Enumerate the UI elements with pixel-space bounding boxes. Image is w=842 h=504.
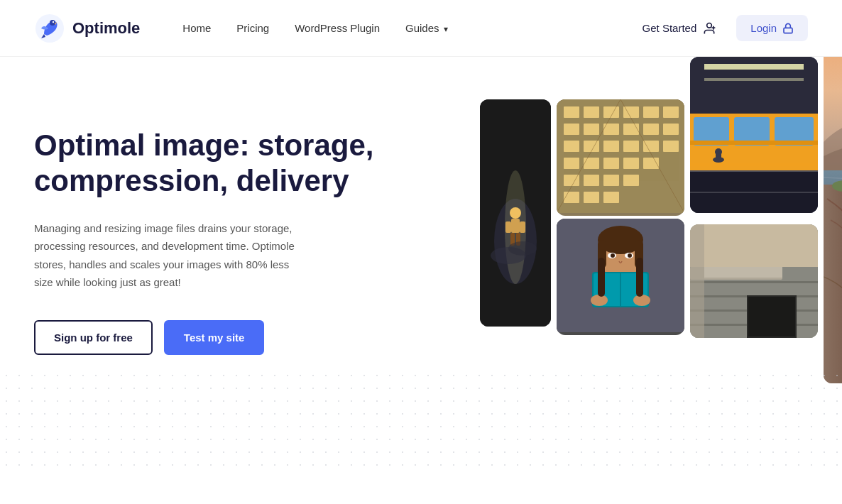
svg-rect-32 <box>564 141 579 152</box>
svg-rect-77 <box>704 64 804 70</box>
svg-point-83 <box>715 148 722 155</box>
signup-button[interactable]: Sign up for free <box>34 320 153 355</box>
svg-rect-48 <box>584 192 599 203</box>
svg-point-2 <box>53 21 54 22</box>
svg-rect-75 <box>690 141 818 145</box>
svg-point-61 <box>628 253 632 258</box>
dot-background <box>0 369 842 469</box>
svg-rect-31 <box>663 124 679 135</box>
get-started-button[interactable]: Get Started <box>634 16 726 41</box>
lock-icon <box>782 23 794 34</box>
svg-rect-49 <box>603 192 619 203</box>
svg-rect-29 <box>623 124 639 135</box>
svg-rect-26 <box>564 124 579 135</box>
hero-description: Managing and resizing image files drains… <box>34 219 304 292</box>
svg-rect-39 <box>584 158 599 169</box>
logo-icon <box>34 13 65 44</box>
svg-rect-27 <box>584 124 599 135</box>
test-site-button[interactable]: Test my site <box>164 320 265 355</box>
svg-rect-6 <box>784 28 792 33</box>
svg-rect-40 <box>603 158 619 169</box>
collage-image-subway <box>690 57 818 213</box>
svg-point-65 <box>591 295 608 306</box>
person-plus-icon <box>702 21 716 35</box>
svg-point-1 <box>50 20 55 26</box>
svg-point-10 <box>510 207 521 219</box>
svg-point-17 <box>508 241 537 256</box>
svg-rect-37 <box>663 141 679 152</box>
nav-guides[interactable]: Guides <box>405 22 448 34</box>
svg-rect-35 <box>623 141 639 152</box>
svg-rect-76 <box>690 163 818 166</box>
svg-rect-38 <box>564 158 579 169</box>
svg-rect-94 <box>690 224 704 338</box>
collage-image-architecture <box>690 224 818 338</box>
nav-home[interactable]: Home <box>182 22 211 34</box>
hero-section: Optimal image: storage, compression, del… <box>0 57 842 469</box>
svg-rect-80 <box>690 192 818 193</box>
svg-rect-46 <box>623 175 639 186</box>
svg-rect-12 <box>505 221 511 233</box>
svg-rect-78 <box>704 78 804 81</box>
svg-rect-79 <box>690 170 818 172</box>
nav-right: Get Started Login <box>634 15 808 41</box>
svg-rect-45 <box>603 175 619 186</box>
svg-rect-44 <box>584 175 599 186</box>
svg-rect-41 <box>623 158 639 169</box>
nav-wordpress-plugin[interactable]: WordPress Plugin <box>295 22 380 34</box>
login-button[interactable]: Login <box>736 15 808 41</box>
nav-links: Home Pricing WordPress Plugin Guides <box>182 22 633 34</box>
svg-rect-87 <box>690 281 818 283</box>
svg-rect-47 <box>564 192 579 203</box>
svg-rect-33 <box>584 141 599 152</box>
brand-name: Optimole <box>72 19 140 38</box>
collage-image-building <box>557 99 684 216</box>
svg-rect-67 <box>598 258 605 297</box>
hero-title: Optimal image: storage, compression, del… <box>34 128 375 199</box>
navbar: Optimole Home Pricing WordPress Plugin G… <box>0 0 842 57</box>
svg-rect-68 <box>636 258 643 297</box>
svg-rect-30 <box>643 124 659 135</box>
svg-rect-93 <box>748 297 795 336</box>
svg-point-3 <box>707 23 712 28</box>
collage-image-coastal <box>824 57 842 383</box>
hero-content: Optimal image: storage, compression, del… <box>34 99 375 355</box>
collage-image-person <box>480 99 551 327</box>
svg-point-60 <box>611 253 615 258</box>
svg-rect-11 <box>511 219 520 233</box>
svg-rect-34 <box>603 141 619 152</box>
svg-rect-13 <box>520 221 525 233</box>
nav-pricing[interactable]: Pricing <box>236 22 269 34</box>
svg-rect-21 <box>584 106 599 118</box>
svg-rect-25 <box>663 106 679 118</box>
guides-dropdown-icon <box>442 22 448 34</box>
hero-buttons: Sign up for free Test my site <box>34 320 375 355</box>
collage-image-woman <box>557 219 684 335</box>
svg-rect-24 <box>643 106 659 118</box>
svg-rect-95 <box>704 267 782 278</box>
svg-rect-36 <box>643 141 659 152</box>
svg-point-66 <box>633 295 650 306</box>
svg-rect-20 <box>564 106 579 118</box>
logo-link[interactable]: Optimole <box>34 13 140 44</box>
